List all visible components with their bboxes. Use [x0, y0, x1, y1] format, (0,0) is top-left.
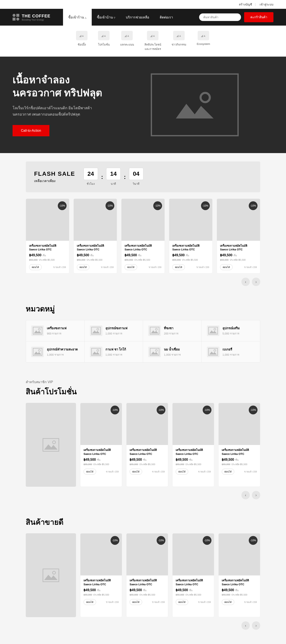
product-image: -10% — [80, 534, 122, 576]
discount-badge: -10% — [203, 536, 211, 545]
subnav-item[interactable]: ◢▲สิทธิประโยชน์ และการสมัคร — [144, 31, 161, 51]
sold-count: ขายแล้ว 159 — [152, 470, 165, 474]
subnav-item[interactable]: ◢▲ข่าวกิจกรรม — [172, 31, 186, 51]
product-card[interactable]: -10%เครื่องชงกาแฟอัตโนมัติ Saeco Lirika … — [26, 198, 69, 274]
product-card[interactable]: -10%เครื่องชงกาแฟอัตโนมัติ Saeco Lirika … — [126, 533, 168, 617]
product-price: ฿49,500 — [125, 253, 137, 257]
installment-badge[interactable]: ผ่อนได้ — [29, 264, 42, 270]
installment-badge[interactable]: ผ่อนได้ — [125, 264, 137, 270]
installment-badge[interactable]: ผ่อนได้ — [176, 469, 188, 474]
subnav-icon: ◢▲ — [121, 31, 133, 40]
cart-button[interactable]: ตะกร้าสินค้า — [244, 12, 274, 22]
category-item[interactable]: นม น้ำเชื่อม1,000 รายการ — [143, 342, 202, 362]
installment-badge[interactable]: ผ่อนได้ — [84, 599, 96, 605]
carousel-next-button[interactable]: › — [252, 491, 260, 499]
installment-badge[interactable]: ผ่อนได้ — [176, 599, 188, 605]
product-card[interactable]: -10%เครื่องชงกาแฟอัตโนมัติ Saeco Lirika … — [169, 198, 213, 274]
category-item[interactable]: อุปกรณ์ชงกาแฟ1,000 รายการ — [85, 320, 143, 342]
sold-count: ขายแล้ว 159 — [152, 600, 165, 604]
product-name: เครื่องชงกาแฟอัตโนมัติ Saeco Lirika OTC — [77, 244, 114, 252]
category-icon — [31, 347, 44, 357]
product-old-price: ฿55,000 — [29, 258, 38, 261]
category-item[interactable]: ที่ชงชา200 รายการ — [143, 320, 202, 342]
category-icon — [31, 326, 44, 336]
create-account-link[interactable]: สร้างบัญชี — [239, 3, 252, 6]
product-savings: ประหยัด ฿5,500 — [93, 463, 109, 466]
category-count: 1,000 รายการ — [164, 352, 181, 357]
promo-banner[interactable] — [26, 403, 76, 487]
discount-badge: -10% — [249, 201, 258, 210]
category-count: 1,000 รายการ — [106, 331, 128, 336]
installment-badge[interactable]: ผ่อนได้ — [130, 599, 142, 605]
bestseller-products: -10%เครื่องชงกาแฟอัตโนมัติ Saeco Lirika … — [26, 533, 260, 617]
carousel-next-button[interactable]: › — [252, 621, 260, 630]
discount-badge: -10% — [58, 201, 67, 210]
category-item[interactable]: อุปกรณ์เสริม5,000 รายการ — [202, 320, 260, 342]
product-card[interactable]: -10%เครื่องชงกาแฟอัตโนมัติ Saeco Lirika … — [172, 533, 214, 617]
product-image: -10% — [74, 199, 117, 241]
installment-badge[interactable]: ผ่อนได้ — [220, 264, 233, 270]
nav-item[interactable]: ซื้อเข้าร้าน△ — [63, 8, 92, 26]
subnav-item[interactable]: ◢▲Ecosystem — [197, 31, 210, 51]
product-old-price: ฿55,000 — [172, 258, 181, 261]
svg-point-14 — [155, 350, 157, 352]
nav-item[interactable]: บริการช่วยเหลือ — [121, 8, 154, 26]
carousel-prev-button[interactable]: ‹ — [241, 491, 250, 499]
flash-sale-banner: FLASH SALE เหลือเวลาเพียง 24ชั่วโมง : 14… — [26, 162, 260, 192]
logo[interactable]: THE COFFEE Boosting Your Energy — [12, 14, 50, 21]
product-card[interactable]: -10%เครื่องชงกาแฟอัตโนมัติ Saeco Lirika … — [80, 403, 122, 487]
category-count: 5,000 รายการ — [223, 331, 240, 336]
product-name: เครื่องชงกาแฟอัตโนมัติ Saeco Lirika OTC — [172, 244, 209, 252]
subnav-item[interactable]: ◢▲ช้อปปิ้ง — [76, 31, 88, 51]
promo-banner[interactable] — [26, 533, 76, 617]
sold-count: ขายแล้ว 159 — [106, 470, 119, 474]
discount-badge: -10% — [111, 536, 119, 545]
category-item[interactable]: กาแฟ ชา โกโก้1,000 รายการ — [85, 342, 143, 362]
installment-badge[interactable]: ผ่อนได้ — [222, 469, 234, 474]
category-item[interactable]: เครื่องชงกาแฟ900 รายการ — [26, 320, 85, 342]
category-name: เบเกอรี่ — [223, 347, 239, 352]
product-card[interactable]: -10%เครื่องชงกาแฟอัตโนมัติ Saeco Lirika … — [73, 198, 117, 274]
installment-badge[interactable]: ผ่อนได้ — [172, 264, 185, 270]
product-card[interactable]: -10%เครื่องชงกาแฟอัตโนมัติ Saeco Lirika … — [121, 198, 165, 274]
product-card[interactable]: -10%เครื่องชงกาแฟอัตโนมัติ Saeco Lirika … — [218, 403, 260, 487]
product-name: เครื่องชงกาแฟอัตโนมัติ Saeco Lirika OTC — [125, 244, 161, 252]
carousel-prev-button[interactable]: ‹ — [241, 621, 250, 630]
svg-point-10 — [38, 350, 40, 352]
subnav-icon: ◢▲ — [76, 31, 88, 40]
product-price: ฿49,500 — [220, 253, 232, 257]
installment-badge[interactable]: ผ่อนได้ — [130, 469, 142, 474]
installment-badge[interactable]: ผ่อนได้ — [77, 264, 89, 270]
carousel-next-button[interactable]: › — [252, 278, 260, 286]
product-old-price: ฿55,000 — [130, 594, 138, 596]
product-card[interactable]: -10%เครื่องชงกาแฟอัตโนมัติ Saeco Lirika … — [217, 198, 260, 274]
product-price: ฿49,500 — [84, 458, 96, 461]
nav-item[interactable]: ติดต่อเรา — [154, 8, 178, 26]
product-card[interactable]: -10%เครื่องชงกาแฟอัตโนมัติ Saeco Lirika … — [218, 533, 260, 617]
product-savings: ประหยัด ฿5,500 — [139, 594, 155, 596]
product-card[interactable]: -10%เครื่องชงกาแฟอัตโนมัติ Saeco Lirika … — [126, 403, 168, 487]
category-icon — [90, 326, 102, 336]
product-card[interactable]: -10%เครื่องชงกาแฟอัตโนมัติ Saeco Lirika … — [172, 403, 214, 487]
product-savings: ประหยัด ฿5,500 — [182, 258, 198, 261]
subnav-item[interactable]: ◢▲โปรโมชั่น — [98, 31, 110, 51]
discount-badge: -10% — [249, 536, 258, 545]
nav-item[interactable]: ซื้อเข้าบ้าน▽ — [92, 8, 121, 26]
installment-badge[interactable]: ผ่อนได้ — [84, 469, 96, 474]
product-card[interactable]: -10%เครื่องชงกาแฟอัตโนมัติ Saeco Lirika … — [80, 533, 122, 617]
category-item[interactable]: อุปกรณ์ทำความสะอาด1,000 รายการ — [26, 342, 85, 362]
discount-badge: -10% — [249, 406, 258, 414]
countdown-seconds: 04 — [129, 168, 143, 180]
login-link[interactable]: เข้าสู่ระบบ — [260, 3, 274, 6]
discount-badge: -10% — [157, 406, 165, 414]
product-image: -10% — [172, 534, 214, 576]
subnav-item[interactable]: ◢▲แลกคะแนน — [120, 31, 134, 51]
discount-badge: -10% — [106, 201, 114, 210]
product-savings: ประหยัด ฿5,500 — [86, 258, 103, 261]
category-item[interactable]: เบเกอรี่1,000 รายการ — [202, 342, 260, 362]
carousel-prev-button[interactable]: ‹ — [241, 278, 250, 286]
installment-badge[interactable]: ผ่อนได้ — [222, 599, 234, 605]
hero-cta-button[interactable]: Call-to-Action — [12, 125, 49, 136]
product-price: ฿49,500 — [130, 458, 142, 461]
search-input[interactable] — [199, 14, 241, 21]
